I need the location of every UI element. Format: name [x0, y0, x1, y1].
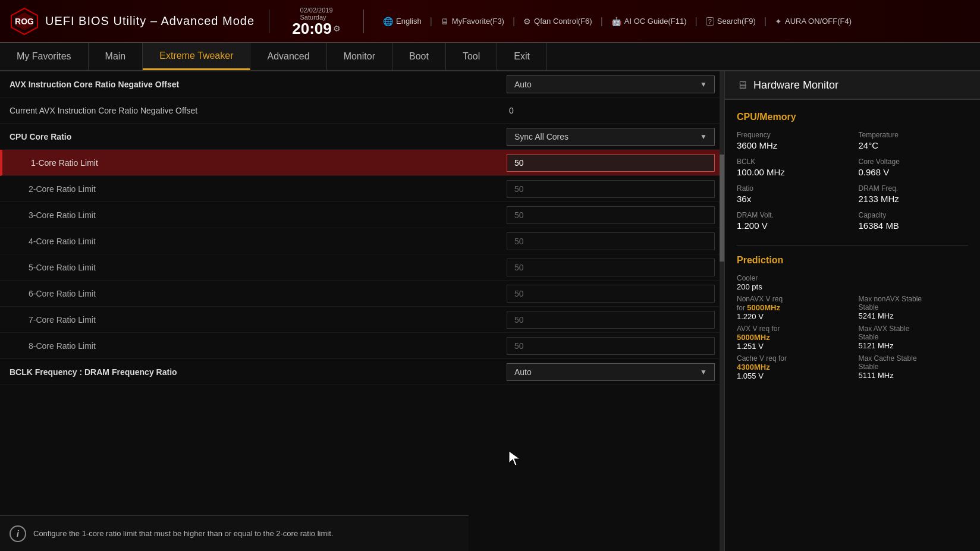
nav-aura[interactable]: ✦ AURA ON/OFF(F4)	[770, 14, 856, 29]
core4-ratio-input-value: 50	[514, 237, 524, 246]
core8-ratio-label: 8-Core Ratio Limit	[10, 341, 507, 351]
core7-ratio-input[interactable]: 50	[507, 311, 715, 329]
max-cache-value: 5111 MHz	[859, 371, 969, 380]
max-nonavx-value: 5241 MHz	[859, 311, 969, 320]
core6-ratio-input-value: 50	[514, 289, 524, 298]
max-cache-stable-label: Stable	[859, 363, 969, 371]
nonavx-freq-value: 5000MHz	[747, 303, 780, 312]
core8-ratio-value[interactable]: 50	[507, 337, 715, 355]
tab-exit[interactable]: Exit	[497, 43, 547, 70]
core2-ratio-label: 2-Core Ratio Limit	[10, 184, 507, 194]
hardware-monitor-header: 🖥 Hardware Monitor	[725, 71, 980, 100]
monitor-dram-volt: DRAM Volt. 1.200 V	[737, 211, 847, 231]
tab-advanced[interactable]: Advanced	[250, 43, 326, 70]
core6-ratio-input[interactable]: 50	[507, 285, 715, 303]
temperature-value: 24°C	[859, 140, 969, 150]
monitor-temperature: Temperature 24°C	[859, 131, 969, 150]
chevron-down-icon: ▼	[700, 80, 707, 89]
cpu-core-ratio-dropdown-value: Sync All Cores	[514, 132, 568, 141]
core2-ratio-input[interactable]: 50	[507, 180, 715, 198]
nonavx-v-req-for-label: for 5000MHz	[737, 303, 847, 312]
core7-ratio-value[interactable]: 50	[507, 311, 715, 329]
tab-my-favorites[interactable]: My Favorites	[0, 43, 89, 70]
prediction-cache-row: Cache V req for 4300MHz 1.055 V Max Cach…	[737, 354, 968, 380]
bclk-dram-ratio-dropdown[interactable]: Auto ▼	[507, 363, 715, 381]
datetime-area: 02/02/2019 Saturday 20:09 ⚙	[284, 7, 349, 36]
search-label: Search(F9)	[717, 17, 756, 26]
tab-monitor[interactable]: Monitor	[327, 43, 392, 70]
core6-ratio-value[interactable]: 50	[507, 285, 715, 303]
max-avx-label: Max AVX Stable	[859, 325, 969, 333]
nonavx-v-req-item: NonAVX V req for 5000MHz 1.220 V	[737, 295, 847, 321]
cpu-core-ratio-value[interactable]: Sync All Cores ▼	[507, 128, 715, 146]
nav-qfan[interactable]: ⚙ Qfan Control(F6)	[519, 14, 597, 29]
bclk-label: BCLK	[737, 158, 847, 166]
svg-text:ROG: ROG	[15, 17, 34, 26]
current-avx-offset-value: 0	[507, 106, 715, 115]
core5-ratio-value[interactable]: 50	[507, 259, 715, 276]
core-voltage-value: 0.968 V	[859, 167, 969, 177]
scrollbar-thumb[interactable]	[720, 155, 724, 262]
bclk-dram-ratio-dropdown-value: Auto	[514, 367, 532, 377]
avx-freq-label: 5000MHz	[737, 333, 847, 342]
prediction-avx-row: AVX V req for 5000MHz 1.251 V Max AVX St…	[737, 325, 968, 351]
nav-language[interactable]: 🌐 English	[378, 14, 426, 29]
globe-icon: 🌐	[383, 17, 393, 26]
tab-extreme-tweaker[interactable]: Extreme Tweaker	[143, 43, 250, 70]
avx-offset-value[interactable]: Auto ▼	[507, 75, 715, 93]
core1-ratio-value[interactable]: 50	[507, 154, 715, 172]
row-core6-ratio: 6-Core Ratio Limit 50	[0, 281, 724, 307]
core2-ratio-value[interactable]: 50	[507, 180, 715, 198]
bclk-value: 100.00 MHz	[737, 167, 847, 177]
row-current-avx-offset: Current AVX Instruction Core Ratio Negat…	[0, 97, 724, 124]
avx-freq-value: 5000MHz	[737, 333, 770, 342]
max-nonavx-stable-label: Stable	[859, 303, 969, 311]
core4-ratio-value[interactable]: 50	[507, 232, 715, 250]
cpu-core-ratio-dropdown[interactable]: Sync All Cores ▼	[507, 128, 715, 146]
cooler-value: 200 pts	[737, 282, 847, 291]
max-avx-value: 5121 MHz	[859, 341, 969, 350]
cpu-memory-section-title: CPU/Memory	[737, 112, 968, 122]
capacity-label: Capacity	[859, 211, 969, 219]
avx-offset-dropdown[interactable]: Auto ▼	[507, 75, 715, 93]
header-divider	[269, 10, 269, 33]
chevron-down-icon-2: ▼	[700, 133, 707, 141]
scrollbar[interactable]	[720, 71, 724, 551]
core1-ratio-input[interactable]: 50	[507, 154, 715, 172]
header-nav: 🌐 English | 🖥 MyFavorite(F3) | ⚙ Qfan Co…	[378, 14, 970, 29]
cache-v-req-label: Cache V req for	[737, 354, 847, 363]
core7-ratio-input-value: 50	[514, 315, 524, 325]
nav-myfavorite[interactable]: 🖥 MyFavorite(F3)	[436, 14, 509, 29]
nav-search[interactable]: ? Search(F9)	[701, 14, 761, 28]
max-cache-label: Max Cache Stable	[859, 354, 969, 363]
bclk-dram-ratio-value[interactable]: Auto ▼	[507, 363, 715, 381]
nav-aioc[interactable]: 🤖 AI OC Guide(F11)	[607, 14, 692, 29]
row-core5-ratio: 5-Core Ratio Limit 50	[0, 254, 724, 281]
core3-ratio-value[interactable]: 50	[507, 206, 715, 224]
settings-table: AVX Instruction Core Ratio Negative Offs…	[0, 71, 724, 385]
mouse-cursor-icon	[508, 450, 522, 467]
search-icon: ?	[706, 17, 714, 26]
tab-boot[interactable]: Boot	[392, 43, 446, 70]
cache-v-value: 1.055 V	[737, 371, 847, 380]
aioc-label: AI OC Guide(F11)	[624, 17, 687, 26]
tab-main[interactable]: Main	[89, 43, 143, 70]
core2-ratio-input-value: 50	[514, 184, 524, 194]
core5-ratio-input[interactable]: 50	[507, 259, 715, 276]
cache-freq-label: 4300MHz	[737, 363, 847, 371]
prediction-cooler-item: Cooler 200 pts	[737, 274, 847, 291]
core1-ratio-input-value: 50	[514, 158, 524, 168]
main-navigation: My Favorites Main Extreme Tweaker Advanc…	[0, 43, 980, 71]
max-nonavx-item: Max nonAVX Stable Stable 5241 MHz	[859, 295, 969, 321]
cache-freq-value: 4300MHz	[737, 363, 770, 371]
core3-ratio-input[interactable]: 50	[507, 206, 715, 224]
dram-freq-label: DRAM Freq.	[859, 184, 969, 193]
avx-offset-label: AVX Instruction Core Ratio Negative Offs…	[10, 80, 507, 89]
core8-ratio-input[interactable]: 50	[507, 337, 715, 355]
nonavx-v-req-label: NonAVX V req	[737, 295, 847, 303]
tab-tool[interactable]: Tool	[446, 43, 497, 70]
core4-ratio-input[interactable]: 50	[507, 232, 715, 250]
settings-gear-icon[interactable]: ⚙	[333, 24, 341, 33]
header: ROG UEFI BIOS Utility – Advanced Mode 02…	[0, 0, 980, 43]
prediction-empty	[859, 274, 969, 291]
